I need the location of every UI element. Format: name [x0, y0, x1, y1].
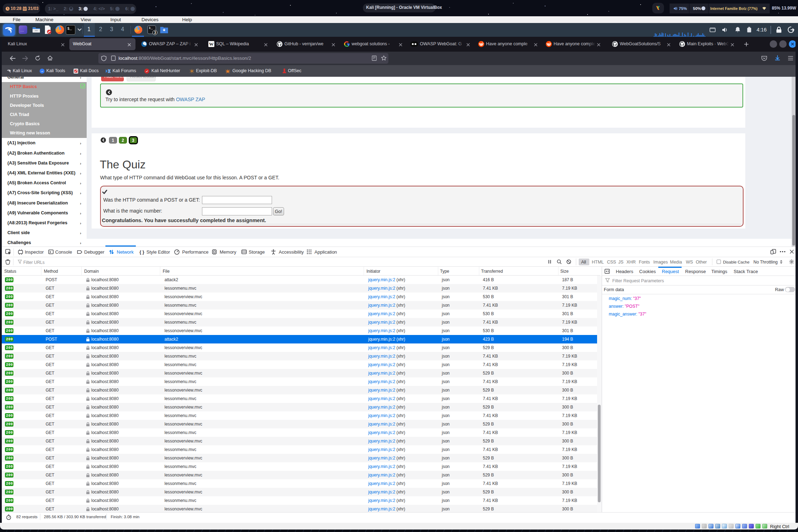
svg-text:{ }: { }	[139, 249, 144, 255]
svg-text:W: W	[209, 41, 214, 47]
